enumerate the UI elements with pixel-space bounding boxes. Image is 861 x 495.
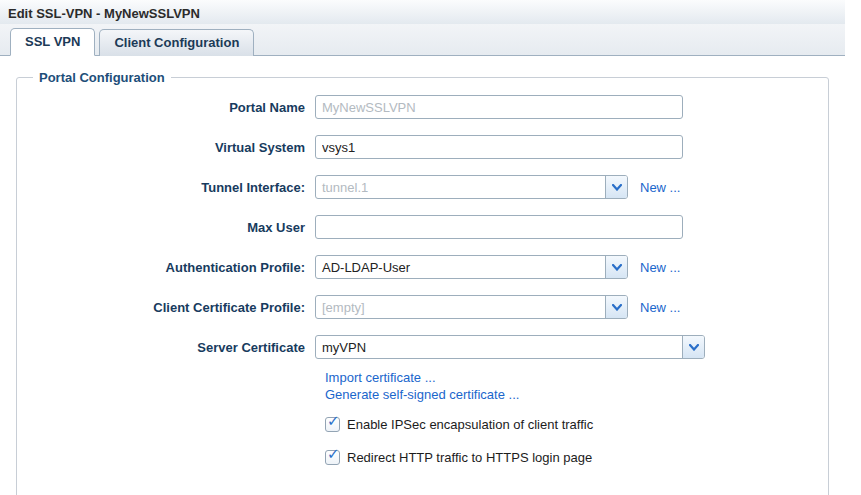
- edit-sslvpn-dialog: Edit SSL-VPN - MyNewSSLVPN SSL VPN Clien…: [0, 0, 845, 495]
- server-certificate-value: myVPN: [316, 336, 682, 358]
- field-row-client-certificate-profile: Client Certificate Profile: [empty] New …: [25, 295, 820, 319]
- tab-client-configuration-label: Client Configuration: [114, 35, 239, 50]
- field-row-virtual-system: Virtual System: [25, 135, 820, 159]
- section-title: Portal Configuration: [33, 70, 171, 85]
- redirect-http-option: ✓ Redirect HTTP traffic to HTTPS login p…: [325, 450, 820, 465]
- ipsec-encapsulation-option: ✓ Enable IPSec encapsulation of client t…: [325, 417, 820, 432]
- dialog-title: Edit SSL-VPN - MyNewSSLVPN: [8, 6, 200, 21]
- tunnel-interface-select[interactable]: tunnel.1: [315, 175, 628, 199]
- client-certificate-profile-select[interactable]: [empty]: [315, 295, 628, 319]
- field-row-authentication-profile: Authentication Profile: AD-LDAP-User New…: [25, 255, 820, 279]
- client-certificate-profile-new-link[interactable]: New ...: [640, 300, 680, 315]
- redirect-http-label: Redirect HTTP traffic to HTTPS login pag…: [347, 450, 592, 465]
- field-row-portal-name: Portal Name: [25, 95, 820, 119]
- client-certificate-profile-value: [empty]: [316, 296, 605, 318]
- field-row-server-certificate: Server Certificate myVPN: [25, 335, 820, 359]
- max-user-input[interactable]: [315, 215, 683, 239]
- generate-self-signed-certificate-link[interactable]: Generate self-signed certificate ...: [325, 386, 820, 403]
- check-icon: ✓: [327, 413, 340, 428]
- chevron-down-icon[interactable]: [605, 296, 627, 318]
- tab-content: Portal Configuration Portal Name Virtual…: [0, 56, 845, 495]
- tab-client-configuration[interactable]: Client Configuration: [99, 29, 254, 56]
- dialog-titlebar: Edit SSL-VPN - MyNewSSLVPN: [0, 0, 845, 24]
- authentication-profile-label: Authentication Profile:: [25, 260, 315, 275]
- check-icon: ✓: [327, 446, 340, 461]
- server-certificate-label: Server Certificate: [25, 340, 315, 355]
- portal-name-input: [315, 95, 683, 119]
- tab-ssl-vpn-label: SSL VPN: [25, 34, 80, 49]
- server-certificate-select[interactable]: myVPN: [315, 335, 705, 359]
- import-certificate-link[interactable]: Import certificate ...: [325, 369, 820, 386]
- field-row-max-user: Max User: [25, 215, 820, 239]
- tab-bar: SSL VPN Client Configuration: [0, 24, 845, 56]
- chevron-down-icon[interactable]: [605, 176, 627, 198]
- field-row-tunnel-interface: Tunnel Interface: tunnel.1 New ...: [25, 175, 820, 199]
- authentication-profile-new-link[interactable]: New ...: [640, 260, 680, 275]
- client-certificate-profile-label: Client Certificate Profile:: [25, 300, 315, 315]
- redirect-http-checkbox[interactable]: ✓: [325, 450, 340, 465]
- chevron-down-icon[interactable]: [682, 336, 704, 358]
- authentication-profile-select[interactable]: AD-LDAP-User: [315, 255, 628, 279]
- portal-name-label: Portal Name: [25, 100, 315, 115]
- certificate-links: Import certificate ... Generate self-sig…: [325, 369, 820, 403]
- tab-ssl-vpn[interactable]: SSL VPN: [10, 28, 95, 56]
- portal-configuration-section: Portal Configuration Portal Name Virtual…: [16, 70, 829, 495]
- chevron-down-icon[interactable]: [605, 256, 627, 278]
- authentication-profile-value: AD-LDAP-User: [316, 256, 605, 278]
- virtual-system-input[interactable]: [315, 135, 683, 159]
- ipsec-encapsulation-label: Enable IPSec encapsulation of client tra…: [347, 417, 593, 432]
- virtual-system-label: Virtual System: [25, 140, 315, 155]
- tunnel-interface-value: tunnel.1: [316, 176, 605, 198]
- tunnel-interface-new-link[interactable]: New ...: [640, 180, 680, 195]
- ipsec-encapsulation-checkbox[interactable]: ✓: [325, 417, 340, 432]
- max-user-label: Max User: [25, 220, 315, 235]
- tunnel-interface-label: Tunnel Interface:: [25, 180, 315, 195]
